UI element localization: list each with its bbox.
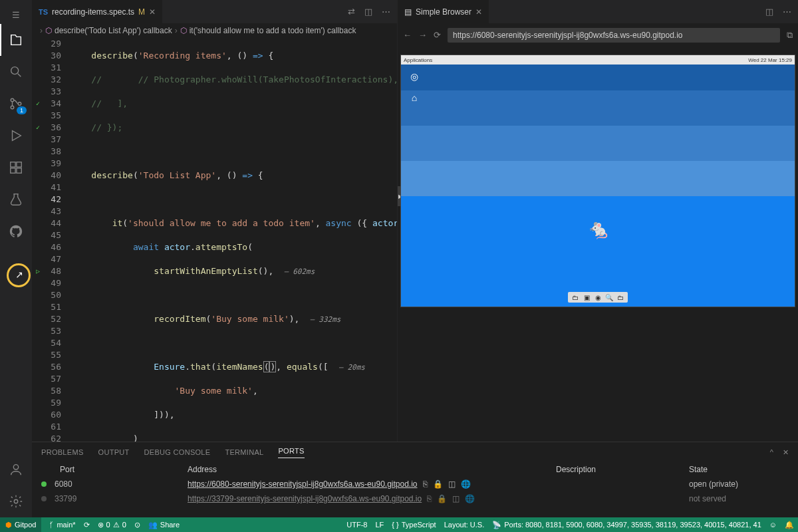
svg-point-4 [18,102,21,106]
test-run-icon[interactable]: ▷ [33,265,43,277]
gitpod-status[interactable]: ⬢Gitpod [0,517,41,532]
port-row[interactable]: 6080 https://6080-serenityjs-serenityjsp… [32,477,798,491]
bottom-panel: PROBLEMS OUTPUT DEBUG CONSOLE TERMINAL P… [32,442,798,517]
taskbar-item[interactable]: ▣ [582,293,591,301]
lock-icon[interactable]: 🔒 [437,494,447,503]
taskbar-item[interactable]: ◉ [593,293,602,301]
breadcrumb[interactable]: › ⬡ describe('Todo List App') callback ›… [32,23,397,38]
close-icon[interactable]: ✕ [475,7,482,17]
github-icon[interactable] [0,215,32,247]
port-address-link[interactable]: https://33799-serenityjs-serenityjspl-ij… [188,494,422,503]
menu-icon[interactable]: ☰ [0,5,32,24]
browser-tab-label: Simple Browser [416,7,471,17]
taskbar-item[interactable]: 🔍 [604,293,614,301]
col-address: Address [188,465,556,474]
port-row[interactable]: 33799 https://33799-serenityjs-serenityj… [32,491,798,506]
port-state: open (private) [689,479,789,489]
sync-icon[interactable]: ⟳ [84,521,90,529]
xfce-mouse-logo: 🐁 [587,218,610,240]
tab-debug-console[interactable]: DEBUG CONSOLE [144,448,211,456]
copy-icon[interactable]: ⎘ [423,479,428,489]
status-bar: ⬢Gitpod ᚶ main* ⟳ ⊗ 0 ⚠ 0 ⊙ 👥 Share UTF-… [0,517,798,532]
accounts-icon[interactable] [0,454,32,485]
desktop-home-icon[interactable]: ⌂ [408,91,421,104]
git-branch[interactable]: ᚶ main* [49,521,75,529]
taskbar-item[interactable]: 🗀 [571,293,580,301]
split-icon[interactable]: ◫ [364,7,372,17]
main-area: ☰ 1 [0,0,798,517]
globe-icon[interactable]: 🌐 [465,494,475,503]
svg-rect-9 [17,168,21,173]
globe-icon[interactable]: 🌐 [461,479,471,489]
line-numbers: 2930313233343536373839404142434445464748… [44,38,70,442]
more-icon[interactable]: ⋯ [783,7,791,17]
more-icon[interactable]: ⋯ [382,7,390,17]
desktop-taskbar[interactable]: 🗀 ▣ ◉ 🔍 🗀 [568,292,628,303]
test-pass-icon[interactable]: ✓ [33,122,43,134]
editor-group-browser: ▶ ▤ Simple Browser ✕ ◫ ⋯ ← → ⟳ [398,0,798,442]
reload-icon[interactable]: ⟳ [434,30,441,40]
code-content[interactable]: describe('Recording items', () => { // /… [70,38,397,442]
tab-modified-indicator: M [138,7,145,17]
close-icon[interactable]: ✕ [149,7,156,17]
layout-status[interactable]: Layout: U.S. [444,521,485,529]
explorer-icon[interactable] [0,24,32,56]
code-editor[interactable]: ✓ ✓ ▷ 2930313233343536373839404142434445… [32,38,397,442]
close-panel-icon[interactable]: ✕ [783,448,789,457]
browser-toolbar: ← → ⟳ ⧉ [398,23,798,47]
search-icon[interactable] [0,56,32,88]
apps-menu[interactable]: Applications [404,57,432,63]
desktop-app-icon[interactable]: ◎ [408,70,421,83]
extensions-icon[interactable] [0,152,32,184]
open-external-icon[interactable]: ⧉ [787,30,793,41]
notifications-icon[interactable]: 🔔 [785,521,794,529]
test-pass-icon[interactable]: ✓ [33,98,43,110]
editor-group-code: TS recording-items.spec.ts M ✕ ⇄ ◫ ⋯ › ⬡… [32,0,398,442]
split-icon[interactable]: ◫ [765,7,773,17]
preview-icon[interactable]: ◫ [452,494,460,503]
tab-ports[interactable]: PORTS [278,447,304,458]
browser-tabs: ▤ Simple Browser ✕ ◫ ⋯ [398,0,798,23]
problems-status[interactable]: ⊗ 0 ⚠ 0 [98,521,126,529]
maximize-panel-icon[interactable]: ^ [770,448,773,457]
remote-desktop[interactable]: Applications Wed 22 Mar 15:29 ◎ ⌂ 🐁 🗀 ▣ … [400,55,795,307]
status-dot-icon [41,481,47,487]
feedback-icon[interactable]: ☺ [769,521,777,529]
tab-filename: recording-items.spec.ts [52,7,134,17]
breadcrumb-inner: it('should allow me to add a todo item')… [190,26,356,35]
source-control-icon[interactable]: 1 [0,88,32,120]
testing-icon[interactable] [0,184,32,215]
back-icon[interactable]: ← [403,30,412,40]
activity-bar: ☰ 1 [0,0,32,517]
panel-tabs: PROBLEMS OUTPUT DEBUG CONSOLE TERMINAL P… [32,442,798,462]
port-address-link[interactable]: https://6080-serenityjs-serenityjspl-ij8… [188,479,418,489]
preview-icon[interactable]: ◫ [448,479,456,489]
tab-recording-items[interactable]: TS recording-items.spec.ts M ✕ [32,0,163,23]
copy-icon[interactable]: ⎘ [427,494,432,503]
ports-status[interactable]: 📡 Ports: 8080, 8181, 5900, 6080, 34997, … [492,521,761,529]
svg-marker-5 [13,131,21,141]
run-debug-icon[interactable] [0,120,32,152]
tabs-bar: TS recording-items.spec.ts M ✕ ⇄ ◫ ⋯ [32,0,397,23]
share-status[interactable]: 👥 Share [148,521,180,529]
lock-icon[interactable]: 🔒 [433,479,443,489]
eol-status[interactable]: LF [375,521,384,529]
taskbar-item[interactable]: 🗀 [616,293,625,301]
tab-problems[interactable]: PROBLEMS [41,448,84,456]
browser-viewport[interactable]: Applications Wed 22 Mar 15:29 ◎ ⌂ 🐁 🗀 ▣ … [398,47,798,442]
ports-header: Port Address Description State [32,462,798,477]
compare-icon[interactable]: ⇄ [348,7,355,17]
gutter-decorations: ✓ ✓ ▷ [32,38,44,442]
url-input[interactable] [448,28,780,43]
tab-simple-browser[interactable]: ▤ Simple Browser ✕ [398,0,489,23]
language-status[interactable]: { } TypeScript [392,521,436,529]
desktop-menubar[interactable]: Applications Wed 22 Mar 15:29 [401,55,795,65]
forward-icon[interactable]: → [418,30,427,40]
col-port: Port [41,465,188,474]
tab-output[interactable]: OUTPUT [98,448,130,456]
encoding-status[interactable]: UTF-8 [346,521,367,529]
svg-point-12 [14,499,18,503]
gear-icon[interactable] [0,485,32,517]
tab-terminal[interactable]: TERMINAL [225,448,263,456]
radio-icon[interactable]: ⊙ [134,521,140,529]
